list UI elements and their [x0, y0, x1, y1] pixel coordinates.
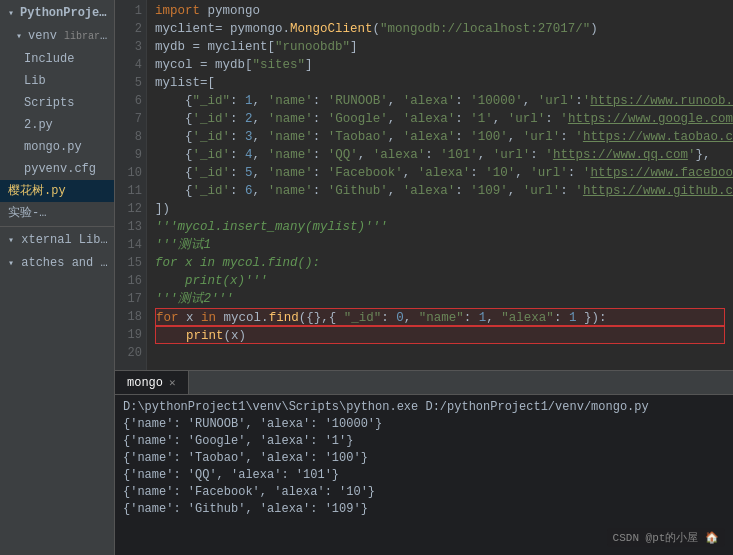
- main-area: 1 2 3 4 5 6 7 8 9 10 11 12 13 14 15 16 1…: [115, 0, 733, 555]
- terminal-tab-close[interactable]: ✕: [169, 376, 176, 389]
- sidebar-item-venv[interactable]: venv library root: [0, 25, 114, 48]
- sidebar-item-scratches[interactable]: ▾ atches and Console: [0, 252, 114, 275]
- terminal-tab-bar: mongo ✕: [115, 371, 733, 395]
- active-filename: 樱花树.py: [8, 184, 66, 198]
- line-num-3: 3: [115, 38, 142, 56]
- code-line-8: {'_id': 3, 'name': 'Taobao', 'alexa': '1…: [155, 128, 725, 146]
- sidebar-item-include[interactable]: Include: [0, 48, 114, 70]
- line-num-6: 6: [115, 92, 142, 110]
- line-num-20: 20: [115, 344, 142, 362]
- code-content[interactable]: import pymongo myclient= pymongo.MongoCl…: [147, 0, 733, 370]
- code-line-4: mycol = mydb["sites"]: [155, 56, 725, 74]
- sidebar-item-external-libs[interactable]: ▾ xternal Libraries: [0, 229, 114, 252]
- code-line-12: ]): [155, 200, 725, 218]
- line-num-9: 9: [115, 146, 142, 164]
- code-line-1: import pymongo: [155, 2, 725, 20]
- line-num-5: 5: [115, 74, 142, 92]
- code-line-2: myclient= pymongo.MongoClient("mongodb:/…: [155, 20, 725, 38]
- code-line-3: mydb = myclient["runoobdb"]: [155, 38, 725, 56]
- sidebar-item-mongopy[interactable]: mongo.py: [0, 136, 114, 158]
- code-line-19: print(x): [155, 326, 725, 344]
- line-num-8: 8: [115, 128, 142, 146]
- sidebar-item-scripts[interactable]: Scripts: [0, 92, 114, 114]
- line-num-4: 4: [115, 56, 142, 74]
- line-num-16: 16: [115, 272, 142, 290]
- code-line-5: mylist=[: [155, 74, 725, 92]
- line-num-11: 11: [115, 182, 142, 200]
- line-num-10: 10: [115, 164, 142, 182]
- line-num-14: 14: [115, 236, 142, 254]
- terminal-line-cmd: D:\pythonProject1\venv\Scripts\python.ex…: [123, 399, 725, 416]
- watermark-text: CSDN @pt的小屋 🏠: [613, 532, 719, 544]
- sidebar-project-root[interactable]: PythonProject1 D:\py: [0, 2, 114, 25]
- line-num-17: 17: [115, 290, 142, 308]
- code-line-16: print(x)''': [155, 272, 725, 290]
- line-num-2: 2: [115, 20, 142, 38]
- code-line-18: for x in mycol.find({},{ "_id": 0, "name…: [155, 308, 725, 326]
- sidebar-item-include-label: Include: [24, 52, 74, 66]
- terminal-line-2: {'name': 'Google', 'alexa': '1'}: [123, 433, 725, 450]
- code-line-15: for x in mycol.find():: [155, 254, 725, 272]
- sidebar-item-experiment[interactable]: 实验-…: [0, 202, 114, 224]
- line-num-18: 18: [115, 308, 142, 326]
- code-line-10: {'_id': 5, 'name': 'Facebook', 'alexa': …: [155, 164, 725, 182]
- code-line-17: '''测试2''': [155, 290, 725, 308]
- terminal-line-5: {'name': 'Facebook', 'alexa': '10'}: [123, 484, 725, 501]
- sidebar: PythonProject1 D:\py venv library root I…: [0, 0, 115, 555]
- code-line-9: {'_id': 4, 'name': 'QQ', 'alexa': '101',…: [155, 146, 725, 164]
- line-num-7: 7: [115, 110, 142, 128]
- code-line-7: {'_id': 2, 'name': 'Google', 'alexa': '1…: [155, 110, 725, 128]
- line-num-13: 13: [115, 218, 142, 236]
- line-num-19: 19: [115, 326, 142, 344]
- code-line-6: {"_id": 1, 'name': 'RUNOOB', 'alexa': '1…: [155, 92, 725, 110]
- terminal-line-6: {'name': 'Github', 'alexa': '109'}: [123, 501, 725, 518]
- sidebar-item-2py[interactable]: 2.py: [0, 114, 114, 136]
- terminal-tab-label: mongo: [127, 376, 163, 390]
- code-editor: 1 2 3 4 5 6 7 8 9 10 11 12 13 14 15 16 1…: [115, 0, 733, 370]
- sidebar-item-active-file[interactable]: 樱花树.py: [0, 180, 114, 202]
- code-line-14: '''测试1: [155, 236, 725, 254]
- watermark: CSDN @pt的小屋 🏠: [607, 528, 725, 547]
- line-num-12: 12: [115, 200, 142, 218]
- line-numbers: 1 2 3 4 5 6 7 8 9 10 11 12 13 14 15 16 1…: [115, 0, 147, 370]
- code-line-11: {'_id': 6, 'name': 'Github', 'alexa': '1…: [155, 182, 725, 200]
- code-line-13: '''mycol.insert_many(mylist)''': [155, 218, 725, 236]
- sidebar-item-lib[interactable]: Lib: [0, 70, 114, 92]
- terminal-line-4: {'name': 'QQ', 'alexa': '101'}: [123, 467, 725, 484]
- sidebar-item-pyvenvcfg[interactable]: pyvenv.cfg: [0, 158, 114, 180]
- code-line-20: [155, 344, 725, 362]
- line-num-15: 15: [115, 254, 142, 272]
- terminal-line-3: {'name': 'Taobao', 'alexa': '100'}: [123, 450, 725, 467]
- terminal-line-1: {'name': 'RUNOOB', 'alexa': '10000'}: [123, 416, 725, 433]
- terminal-tab-mongo[interactable]: mongo ✕: [115, 371, 189, 394]
- line-num-1: 1: [115, 2, 142, 20]
